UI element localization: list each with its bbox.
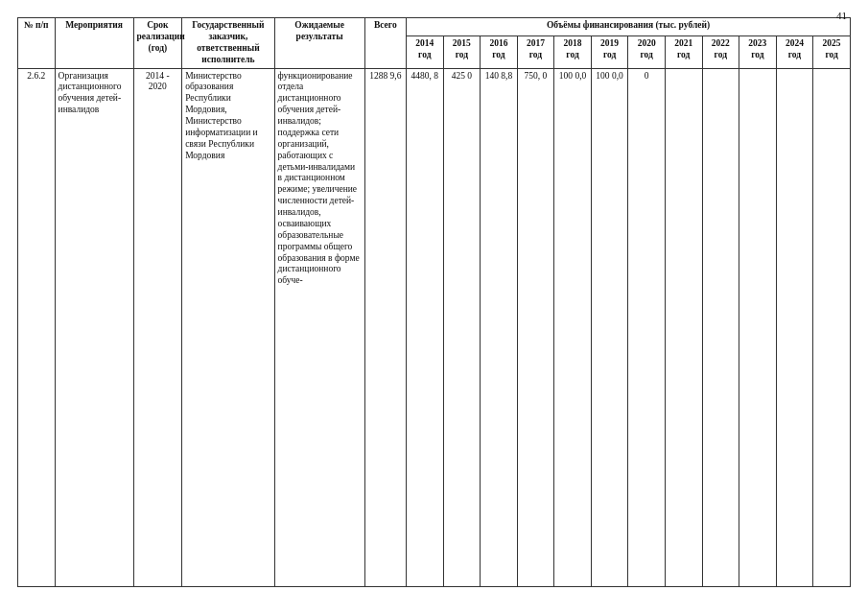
header-srok: Срок реализации (год)	[133, 18, 182, 69]
header-yr-2019: 2019 год	[591, 36, 628, 68]
header-yr-2015: 2015 год	[443, 36, 481, 68]
header-yr-2022: 2022 год	[702, 36, 739, 68]
header-num: № п/п	[18, 18, 56, 69]
cell-mero: Организация дистанционного обучения дете…	[55, 68, 133, 586]
header-yr-2018: 2018 год	[554, 36, 592, 68]
cell-yr2020: 0	[628, 68, 666, 586]
header-yr-2021: 2021 год	[665, 36, 702, 68]
cell-yr2024	[776, 68, 813, 586]
cell-yr2025	[813, 68, 851, 586]
cell-vsego: 1288 9,6	[364, 68, 406, 586]
header-yr-2014: 2014 год	[407, 36, 444, 68]
header-financing: Объёмы финансирования (тыс. рублей)	[407, 18, 851, 36]
header-yr-2017: 2017 год	[517, 36, 554, 68]
header-vsego: Всего	[364, 18, 406, 69]
cell-yr2017: 750, 0	[517, 68, 554, 586]
cell-yr2023	[739, 68, 777, 586]
page-number: 41	[836, 10, 847, 21]
header-yr-2024: 2024 год	[776, 36, 813, 68]
header-gos: Государственный заказчик, ответственный …	[182, 18, 274, 69]
header-yr-2016: 2016 год	[481, 36, 518, 68]
cell-yr2021	[665, 68, 702, 586]
cell-yr2019: 100 0,0	[591, 68, 628, 586]
data-row-262: 2.6.2 Организация дистанционного обучени…	[18, 68, 851, 586]
main-table: № п/п Мероприятия Срок реализации (год) …	[17, 17, 851, 587]
cell-num: 2.6.2	[18, 68, 56, 586]
header-yr-2020: 2020 год	[628, 36, 666, 68]
cell-srok: 2014 - 2020	[133, 68, 182, 586]
cell-yr2015: 425 0	[443, 68, 481, 586]
header-ozhid: Ожидаемые результаты	[274, 18, 364, 69]
cell-yr2014: 4480, 8	[407, 68, 444, 586]
cell-gos: Министерство образования Республики Морд…	[182, 68, 274, 586]
cell-yr2022	[702, 68, 739, 586]
cell-ozhid: функционирование отдела дистанционного о…	[274, 68, 364, 586]
header-yr-2025: 2025 год	[813, 36, 851, 68]
cell-yr2018: 100 0,0	[554, 68, 592, 586]
header-mero: Мероприятия	[55, 18, 133, 69]
header-row-1: № п/п Мероприятия Срок реализации (год) …	[18, 18, 851, 36]
page: 41 № п/п Мероприятия Сро	[0, 0, 868, 614]
cell-yr2016: 140 8,8	[481, 68, 518, 586]
header-yr-2023: 2023 год	[739, 36, 777, 68]
